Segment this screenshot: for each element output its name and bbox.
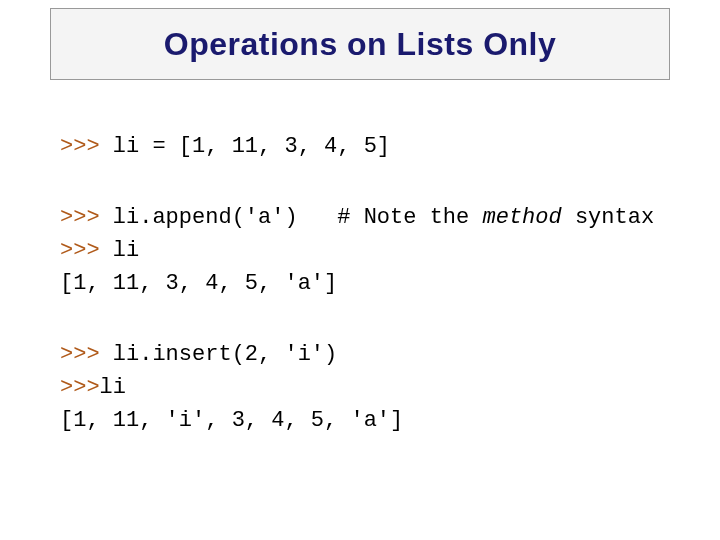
code-line: li.append('a') # Note the	[113, 205, 483, 230]
prompt: >>>	[60, 205, 113, 230]
slide-title: Operations on Lists Only	[164, 26, 557, 63]
code-italic: method	[482, 205, 561, 230]
code-block-1: >>> li = [1, 11, 3, 4, 5]	[60, 130, 670, 163]
code-line: li	[100, 375, 126, 400]
prompt: >>>	[60, 375, 100, 400]
code-line: li.insert(2, 'i')	[113, 342, 337, 367]
title-bar: Operations on Lists Only	[50, 8, 670, 80]
code-block-3: >>> li.insert(2, 'i') >>>li [1, 11, 'i',…	[60, 338, 670, 437]
code-output: [1, 11, 'i', 3, 4, 5, 'a']	[60, 408, 403, 433]
code-content: >>> li = [1, 11, 3, 4, 5] >>> li.append(…	[60, 130, 670, 475]
prompt: >>>	[60, 238, 113, 263]
prompt: >>>	[60, 134, 113, 159]
code-output: [1, 11, 3, 4, 5, 'a']	[60, 271, 337, 296]
code-block-2: >>> li.append('a') # Note the method syn…	[60, 201, 670, 300]
code-line: li	[113, 238, 139, 263]
code-line: li = [1, 11, 3, 4, 5]	[113, 134, 390, 159]
code-line: syntax	[562, 205, 654, 230]
prompt: >>>	[60, 342, 113, 367]
